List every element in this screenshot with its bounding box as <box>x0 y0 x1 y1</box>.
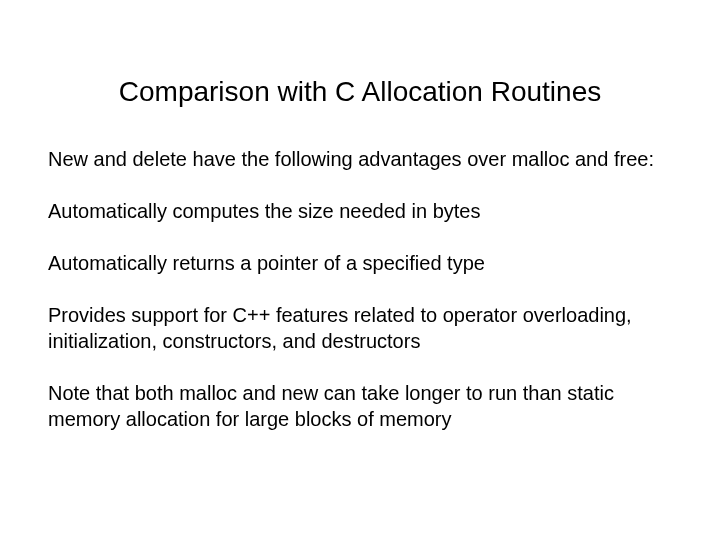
advantage-item: Automatically computes the size needed i… <box>48 198 672 224</box>
intro-paragraph: New and delete have the following advant… <box>48 146 672 172</box>
advantage-item: Provides support for C++ features relate… <box>48 302 672 354</box>
advantage-item: Automatically returns a pointer of a spe… <box>48 250 672 276</box>
slide-title: Comparison with C Allocation Routines <box>48 76 672 108</box>
note-paragraph: Note that both malloc and new can take l… <box>48 380 672 432</box>
